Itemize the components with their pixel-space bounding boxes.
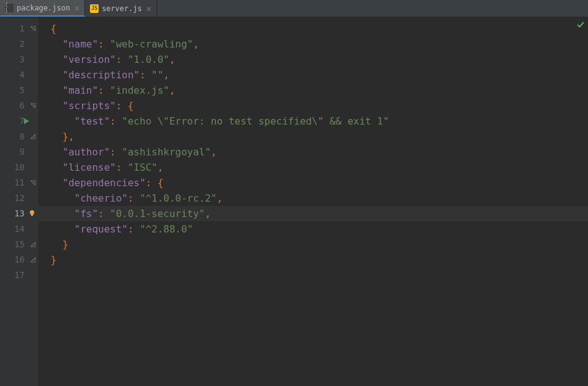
run-gutter-icon[interactable] (23, 113, 30, 129)
tab-package-json[interactable]: { } package.json × (0, 0, 85, 17)
code-line[interactable]: { (38, 21, 588, 36)
line-number[interactable]: 1 (0, 21, 38, 36)
code-line[interactable]: "main": "index.js", (38, 83, 588, 98)
code-line[interactable]: "test": "echo \"Error: no test specified… (38, 113, 588, 129)
code-line[interactable]: "description": "", (38, 67, 588, 83)
line-number[interactable]: 4 (0, 67, 38, 83)
intention-bulb-icon[interactable] (28, 206, 36, 221)
close-icon[interactable]: × (146, 4, 151, 14)
line-number[interactable]: 5 (0, 83, 38, 98)
line-number[interactable]: 7 (0, 113, 38, 129)
code-line[interactable]: } (38, 237, 588, 252)
line-number[interactable]: 3 (0, 52, 38, 67)
js-file-icon: JS (90, 4, 99, 13)
line-number[interactable]: 14 (0, 221, 38, 237)
code-line[interactable] (38, 268, 588, 283)
line-number[interactable]: 13 (0, 206, 38, 221)
line-number[interactable]: 12 (0, 191, 38, 206)
tab-label: server.js (102, 4, 142, 13)
svg-rect-1 (31, 215, 33, 216)
line-number[interactable]: 11 (0, 175, 38, 191)
fold-open-icon[interactable] (30, 103, 36, 109)
code-line[interactable]: } (38, 252, 588, 268)
fold-close-icon[interactable] (30, 242, 36, 248)
line-number[interactable]: 2 (0, 36, 38, 52)
fold-close-icon[interactable] (30, 134, 36, 140)
editor[interactable]: 1234567891011121314151617 { "name": "web… (0, 17, 588, 386)
code-line[interactable]: "scripts": { (38, 98, 588, 113)
line-number[interactable]: 15 (0, 237, 38, 252)
code-line[interactable]: "name": "web-crawling", (38, 36, 588, 52)
code-line[interactable]: "fs": "0.0.1-security", (38, 206, 588, 221)
code-line[interactable]: "dependencies": { (38, 175, 588, 191)
gutter[interactable]: 1234567891011121314151617 (0, 17, 38, 386)
code-line[interactable]: "request": "^2.88.0" (38, 221, 588, 237)
line-number[interactable]: 17 (0, 268, 38, 283)
code-line[interactable]: "cheerio": "^1.0.0-rc.2", (38, 191, 588, 206)
code-line[interactable]: "version": "1.0.0", (38, 52, 588, 67)
fold-open-icon[interactable] (30, 26, 36, 32)
json-file-icon: { } (5, 4, 14, 12)
line-number[interactable]: 8 (0, 129, 38, 144)
line-number[interactable]: 9 (0, 144, 38, 160)
close-icon[interactable]: × (75, 3, 80, 13)
tab-server-js[interactable]: JS server.js × (85, 0, 157, 17)
fold-close-icon[interactable] (30, 257, 36, 263)
line-number[interactable]: 16 (0, 252, 38, 268)
tab-label: package.json (17, 4, 70, 12)
code-line[interactable]: }, (38, 129, 588, 144)
code-line[interactable]: "author": "ashishkrgoyal", (38, 144, 588, 160)
tab-bar: { } package.json × JS server.js × (0, 0, 588, 17)
line-number[interactable]: 6 (0, 98, 38, 113)
line-number[interactable]: 10 (0, 160, 38, 175)
svg-point-0 (30, 210, 35, 215)
code-area[interactable]: { "name": "web-crawling", "version": "1.… (38, 17, 588, 386)
fold-open-icon[interactable] (30, 180, 36, 186)
code-line[interactable]: "license": "ISC", (38, 160, 588, 175)
